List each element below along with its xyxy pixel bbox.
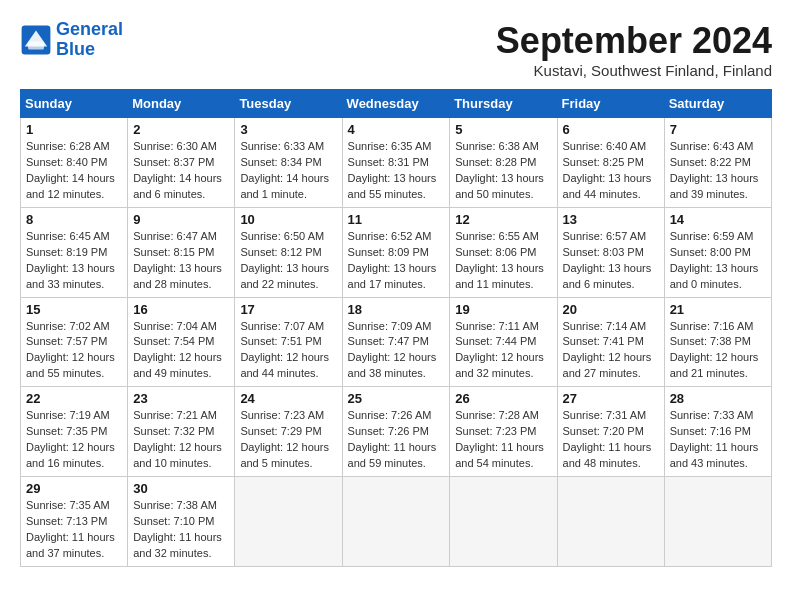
day-number: 24 [240,391,336,406]
calendar-table: Sunday Monday Tuesday Wednesday Thursday… [20,89,772,567]
day-number: 3 [240,122,336,137]
day-number: 2 [133,122,229,137]
day-number: 21 [670,302,766,317]
logo-icon [20,24,52,56]
day-number: 12 [455,212,551,227]
table-row: 4Sunrise: 6:35 AM Sunset: 8:31 PM Daylig… [342,118,450,208]
col-saturday: Saturday [664,90,771,118]
day-info: Sunrise: 6:55 AM Sunset: 8:06 PM Dayligh… [455,229,551,293]
table-row: 30Sunrise: 7:38 AM Sunset: 7:10 PM Dayli… [128,477,235,567]
day-number: 1 [26,122,122,137]
day-number: 13 [563,212,659,227]
day-number: 10 [240,212,336,227]
logo: General Blue [20,20,123,60]
day-number: 22 [26,391,122,406]
day-info: Sunrise: 7:31 AM Sunset: 7:20 PM Dayligh… [563,408,659,472]
title-block: September 2024 Kustavi, Southwest Finlan… [496,20,772,79]
table-row: 18Sunrise: 7:09 AM Sunset: 7:47 PM Dayli… [342,297,450,387]
day-number: 25 [348,391,445,406]
table-row: 22Sunrise: 7:19 AM Sunset: 7:35 PM Dayli… [21,387,128,477]
page-header: General Blue September 2024 Kustavi, Sou… [20,20,772,79]
day-info: Sunrise: 7:28 AM Sunset: 7:23 PM Dayligh… [455,408,551,472]
table-row: 23Sunrise: 7:21 AM Sunset: 7:32 PM Dayli… [128,387,235,477]
month-title: September 2024 [496,20,772,62]
table-row [557,477,664,567]
day-number: 17 [240,302,336,317]
day-info: Sunrise: 7:04 AM Sunset: 7:54 PM Dayligh… [133,319,229,383]
day-info: Sunrise: 6:57 AM Sunset: 8:03 PM Dayligh… [563,229,659,293]
day-number: 7 [670,122,766,137]
table-row [235,477,342,567]
svg-rect-2 [28,41,44,49]
table-row: 3Sunrise: 6:33 AM Sunset: 8:34 PM Daylig… [235,118,342,208]
day-number: 29 [26,481,122,496]
day-info: Sunrise: 7:19 AM Sunset: 7:35 PM Dayligh… [26,408,122,472]
day-info: Sunrise: 6:52 AM Sunset: 8:09 PM Dayligh… [348,229,445,293]
col-wednesday: Wednesday [342,90,450,118]
table-row: 29Sunrise: 7:35 AM Sunset: 7:13 PM Dayli… [21,477,128,567]
day-info: Sunrise: 7:14 AM Sunset: 7:41 PM Dayligh… [563,319,659,383]
table-row: 1Sunrise: 6:28 AM Sunset: 8:40 PM Daylig… [21,118,128,208]
day-number: 30 [133,481,229,496]
day-number: 20 [563,302,659,317]
table-row: 27Sunrise: 7:31 AM Sunset: 7:20 PM Dayli… [557,387,664,477]
day-number: 5 [455,122,551,137]
table-row: 16Sunrise: 7:04 AM Sunset: 7:54 PM Dayli… [128,297,235,387]
day-info: Sunrise: 6:59 AM Sunset: 8:00 PM Dayligh… [670,229,766,293]
table-row: 15Sunrise: 7:02 AM Sunset: 7:57 PM Dayli… [21,297,128,387]
col-friday: Friday [557,90,664,118]
table-row: 12Sunrise: 6:55 AM Sunset: 8:06 PM Dayli… [450,207,557,297]
table-row: 20Sunrise: 7:14 AM Sunset: 7:41 PM Dayli… [557,297,664,387]
table-row: 19Sunrise: 7:11 AM Sunset: 7:44 PM Dayli… [450,297,557,387]
day-number: 16 [133,302,229,317]
table-row: 10Sunrise: 6:50 AM Sunset: 8:12 PM Dayli… [235,207,342,297]
day-number: 11 [348,212,445,227]
table-row: 24Sunrise: 7:23 AM Sunset: 7:29 PM Dayli… [235,387,342,477]
day-number: 8 [26,212,122,227]
day-number: 14 [670,212,766,227]
calendar-row: 8Sunrise: 6:45 AM Sunset: 8:19 PM Daylig… [21,207,772,297]
day-info: Sunrise: 7:38 AM Sunset: 7:10 PM Dayligh… [133,498,229,562]
logo-line1: General [56,19,123,39]
day-info: Sunrise: 7:02 AM Sunset: 7:57 PM Dayligh… [26,319,122,383]
day-number: 28 [670,391,766,406]
table-row: 14Sunrise: 6:59 AM Sunset: 8:00 PM Dayli… [664,207,771,297]
day-info: Sunrise: 6:50 AM Sunset: 8:12 PM Dayligh… [240,229,336,293]
table-row: 26Sunrise: 7:28 AM Sunset: 7:23 PM Dayli… [450,387,557,477]
calendar-row: 29Sunrise: 7:35 AM Sunset: 7:13 PM Dayli… [21,477,772,567]
day-info: Sunrise: 6:43 AM Sunset: 8:22 PM Dayligh… [670,139,766,203]
day-number: 23 [133,391,229,406]
day-info: Sunrise: 7:07 AM Sunset: 7:51 PM Dayligh… [240,319,336,383]
table-row [342,477,450,567]
day-info: Sunrise: 7:16 AM Sunset: 7:38 PM Dayligh… [670,319,766,383]
table-row: 13Sunrise: 6:57 AM Sunset: 8:03 PM Dayli… [557,207,664,297]
day-number: 27 [563,391,659,406]
day-info: Sunrise: 7:09 AM Sunset: 7:47 PM Dayligh… [348,319,445,383]
day-number: 6 [563,122,659,137]
day-number: 9 [133,212,229,227]
table-row: 25Sunrise: 7:26 AM Sunset: 7:26 PM Dayli… [342,387,450,477]
day-info: Sunrise: 6:45 AM Sunset: 8:19 PM Dayligh… [26,229,122,293]
day-number: 18 [348,302,445,317]
day-number: 26 [455,391,551,406]
logo-line2: Blue [56,39,95,59]
table-row: 17Sunrise: 7:07 AM Sunset: 7:51 PM Dayli… [235,297,342,387]
day-info: Sunrise: 6:30 AM Sunset: 8:37 PM Dayligh… [133,139,229,203]
table-row: 8Sunrise: 6:45 AM Sunset: 8:19 PM Daylig… [21,207,128,297]
day-number: 4 [348,122,445,137]
day-info: Sunrise: 7:33 AM Sunset: 7:16 PM Dayligh… [670,408,766,472]
day-info: Sunrise: 6:40 AM Sunset: 8:25 PM Dayligh… [563,139,659,203]
table-row: 28Sunrise: 7:33 AM Sunset: 7:16 PM Dayli… [664,387,771,477]
day-number: 19 [455,302,551,317]
table-row: 5Sunrise: 6:38 AM Sunset: 8:28 PM Daylig… [450,118,557,208]
table-row: 11Sunrise: 6:52 AM Sunset: 8:09 PM Dayli… [342,207,450,297]
table-row: 21Sunrise: 7:16 AM Sunset: 7:38 PM Dayli… [664,297,771,387]
col-tuesday: Tuesday [235,90,342,118]
table-row: 9Sunrise: 6:47 AM Sunset: 8:15 PM Daylig… [128,207,235,297]
calendar-body: 1Sunrise: 6:28 AM Sunset: 8:40 PM Daylig… [21,118,772,567]
day-info: Sunrise: 6:35 AM Sunset: 8:31 PM Dayligh… [348,139,445,203]
calendar-row: 15Sunrise: 7:02 AM Sunset: 7:57 PM Dayli… [21,297,772,387]
day-info: Sunrise: 7:21 AM Sunset: 7:32 PM Dayligh… [133,408,229,472]
col-sunday: Sunday [21,90,128,118]
table-row: 7Sunrise: 6:43 AM Sunset: 8:22 PM Daylig… [664,118,771,208]
